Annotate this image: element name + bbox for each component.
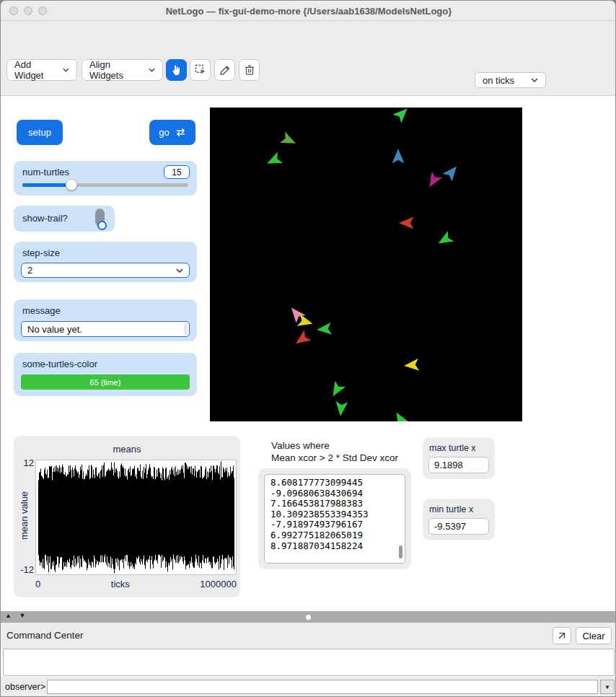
popout-arrow-icon	[557, 631, 567, 641]
command-center-header: Command Center Clear	[1, 623, 616, 649]
message-label: message	[22, 305, 61, 316]
delete-widget-tool-button[interactable]	[239, 59, 260, 81]
tab-bar: Interface Info Code	[1, 21, 616, 45]
step-size-chooser-widget: step-size 2	[14, 242, 197, 282]
go-button-label: go	[159, 127, 169, 138]
chevron-down-icon	[176, 268, 183, 273]
plot-ymin-label: -12	[15, 564, 34, 575]
max-turtle-x-value: 9.1898	[428, 457, 489, 473]
align-widgets-dropdown[interactable]: Align Widgets	[82, 59, 163, 81]
color-swatch-button[interactable]: 65 (lime)	[21, 374, 190, 390]
output-widget: 8.608177773099445 -9.09680638430694 7.16…	[258, 468, 411, 569]
output-values: 8.608177773099445 -9.09680638430694 7.16…	[265, 475, 405, 551]
command-center-output[interactable]	[3, 649, 615, 676]
num-turtles-track[interactable]	[22, 183, 188, 187]
command-center-splitter[interactable]: ▲ ▼	[1, 611, 616, 623]
world-view[interactable]	[210, 108, 522, 421]
step-size-label: step-size	[22, 247, 60, 258]
netlogo-window: NetLogo — fix-gui-demo-more {/Users/aab1…	[0, 0, 616, 697]
command-input[interactable]	[47, 680, 598, 694]
chevron-down-icon	[63, 68, 69, 72]
window-title: NetLogo — fix-gui-demo-more {/Users/aab1…	[1, 6, 616, 17]
world-view-svg	[210, 108, 522, 421]
chevron-down-icon	[531, 78, 538, 82]
update-mode-dropdown[interactable]: on ticks	[475, 72, 546, 88]
add-widget-label: Add Widget	[14, 59, 56, 81]
marquee-select-icon	[194, 63, 207, 76]
pencil-icon	[219, 63, 232, 76]
color-input-widget: some-turtles-color 65 (lime)	[14, 353, 197, 396]
plot-xmax-label: 1000000	[200, 579, 237, 589]
output-note-line1: Values where	[271, 439, 398, 452]
message-value: No value yet.	[27, 324, 82, 335]
input-scrollbar	[184, 323, 188, 335]
plot-yaxis-label: mean value	[19, 487, 30, 545]
output-note: Values where Mean xcor > 2 * Std Dev xco…	[271, 439, 398, 464]
max-turtle-x-monitor: max turtle x 9.1898	[423, 437, 495, 479]
edit-widget-tool-button[interactable]	[214, 59, 235, 81]
output-note-line2: Mean xcor > 2 * Std Dev xcor	[271, 452, 398, 464]
min-turtle-x-monitor: min turtle x -9.5397	[423, 499, 495, 540]
output-scrollbar-thumb[interactable]	[399, 545, 402, 558]
some-turtles-color-label: some-turtles-color	[22, 359, 97, 369]
means-plot-widget: means 12 mean value -12 0 ticks 1000000	[14, 436, 240, 597]
select-widgets-tool-button[interactable]	[190, 59, 211, 81]
plot-ymax-label: 12	[15, 457, 34, 468]
show-trail-switch-widget: show-trail?	[14, 206, 115, 232]
splitter-collapse-expand-icons[interactable]: ▲ ▼	[5, 612, 28, 619]
plot-title: means	[14, 444, 240, 455]
show-trail-label: show-trail?	[22, 213, 68, 224]
show-trail-toggle-knob[interactable]	[97, 221, 107, 230]
toolbar: Add Widget Align Widgets	[1, 45, 616, 96]
num-turtles-slider-widget: num-turtles 15	[14, 161, 197, 196]
command-center-title: Command Center	[6, 630, 84, 641]
num-turtles-thumb[interactable]	[66, 179, 77, 190]
hand-pointer-icon	[170, 64, 182, 76]
output-text-area[interactable]: 8.608177773099445 -9.09680638430694 7.16…	[264, 474, 405, 564]
interface-canvas: setup go num-turtles 15 show-trail?	[1, 96, 616, 611]
triangle-down-icon: ▼	[604, 684, 610, 691]
add-widget-dropdown[interactable]: Add Widget	[6, 59, 77, 81]
message-input-widget: message No value yet.	[14, 299, 197, 341]
setup-button[interactable]: setup	[17, 120, 63, 145]
chevron-down-icon	[149, 68, 155, 72]
plot-xaxis-label: ticks	[111, 579, 130, 589]
step-size-value: 2	[27, 265, 32, 276]
message-input[interactable]: No value yet.	[21, 321, 190, 337]
observer-prompt-label: observer>	[5, 682, 45, 692]
update-mode-value: on ticks	[483, 75, 514, 86]
setup-button-label: setup	[28, 127, 51, 138]
plot-canvas	[36, 460, 236, 574]
title-bar: NetLogo — fix-gui-demo-more {/Users/aab1…	[1, 1, 616, 21]
popout-command-center-button[interactable]	[553, 627, 571, 644]
splitter-grip-icon[interactable]	[306, 615, 311, 620]
clear-button[interactable]: Clear	[576, 627, 612, 644]
go-forever-button[interactable]: go	[149, 120, 195, 145]
num-turtles-value[interactable]: 15	[164, 165, 190, 179]
min-turtle-x-value: -9.5397	[428, 518, 489, 535]
plot-area	[35, 460, 237, 575]
color-swatch-value: 65 (lime)	[90, 378, 121, 387]
max-turtle-x-label: max turtle x	[429, 443, 476, 453]
min-turtle-x-label: min turtle x	[429, 504, 473, 514]
align-widgets-label: Align Widgets	[89, 59, 141, 81]
step-size-dropdown[interactable]: 2	[21, 263, 190, 278]
command-center-input-row: observer> ▼	[1, 677, 616, 697]
plot-xmin-label: 0	[35, 579, 40, 589]
num-turtles-label: num-turtles	[22, 167, 69, 177]
forever-loop-icon	[175, 128, 186, 137]
trash-icon	[243, 63, 256, 76]
command-history-dropdown-button[interactable]: ▼	[600, 680, 615, 694]
interact-hand-tool-button[interactable]	[166, 59, 187, 81]
